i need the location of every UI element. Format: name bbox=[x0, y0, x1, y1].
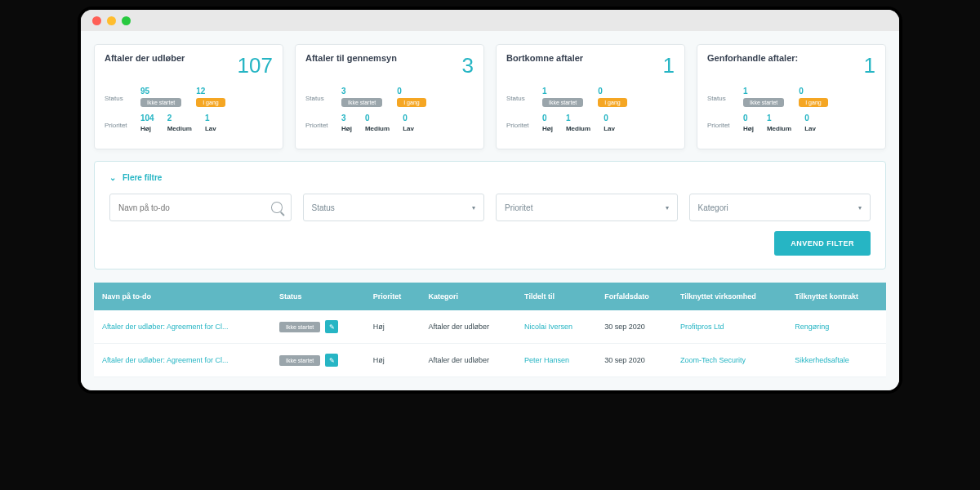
search-input[interactable] bbox=[118, 203, 271, 212]
table-row: Aftaler der udløber: Agreement for Cl...… bbox=[94, 310, 886, 344]
prio-low-count: 0 bbox=[403, 114, 408, 122]
th-status[interactable]: Status bbox=[271, 283, 365, 310]
priority-label: Prioritet bbox=[105, 114, 132, 129]
status-badge: Ikke startet bbox=[279, 322, 320, 332]
filter-status-label: Status bbox=[312, 203, 335, 212]
card-count: 1 bbox=[663, 53, 675, 78]
th-category[interactable]: Kategori bbox=[421, 283, 517, 310]
prio-high-label: Høj bbox=[341, 125, 352, 132]
priority-label: Prioritet bbox=[305, 114, 333, 129]
row-due: 30 sep 2020 bbox=[596, 344, 672, 377]
prio-med-label: Medium bbox=[365, 125, 390, 132]
card-review: Aftaler til gennemsyn 3 Status 3Ikke sta… bbox=[295, 44, 484, 149]
th-company[interactable]: Tilknyttet virksomhed bbox=[672, 283, 786, 310]
badge-not-started: Ikke startet bbox=[341, 98, 382, 107]
search-icon bbox=[271, 202, 282, 213]
filter-category-select[interactable]: Kategori ▾ bbox=[689, 194, 871, 221]
th-priority[interactable]: Prioritet bbox=[365, 283, 421, 310]
th-due[interactable]: Forfaldsdato bbox=[596, 283, 672, 310]
card-expiring: Aftaler der udløber 107 Status 95Ikke st… bbox=[94, 44, 283, 149]
prio-med-count: 1 bbox=[566, 114, 571, 122]
status-notstarted-count: 1 bbox=[743, 87, 748, 96]
status-inprogress-count: 0 bbox=[397, 87, 402, 96]
prio-med-count: 2 bbox=[167, 114, 172, 122]
row-assigned-link[interactable]: Nicolai Iversen bbox=[524, 323, 572, 331]
filter-panel: ⌄ Flere filtre Status ▾ Prioritet ▾ bbox=[94, 161, 886, 270]
filter-name-input[interactable] bbox=[109, 194, 292, 221]
prio-low-count: 0 bbox=[604, 114, 608, 122]
th-assigned[interactable]: Tildelt til bbox=[516, 283, 596, 310]
th-name[interactable]: Navn på to-do bbox=[94, 283, 271, 310]
status-label: Status bbox=[506, 87, 534, 102]
prio-low-count: 0 bbox=[804, 114, 809, 122]
card-renegotiate: Genforhandle aftaler: 1 Status 1Ikke sta… bbox=[697, 44, 886, 149]
edit-icon[interactable]: ✎ bbox=[325, 354, 338, 367]
row-name-link[interactable]: Aftaler der udløber: Agreement for Cl... bbox=[102, 356, 229, 364]
window-titlebar bbox=[81, 10, 899, 31]
row-company-link[interactable]: Profitpros Ltd bbox=[680, 323, 724, 331]
prio-med-label: Medium bbox=[566, 125, 590, 132]
caret-down-icon: ▾ bbox=[472, 204, 475, 212]
status-inprogress-count: 12 bbox=[196, 87, 205, 96]
monitor-frame: Aftaler der udløber 107 Status 95Ikke st… bbox=[78, 7, 902, 394]
prio-high-count: 0 bbox=[743, 114, 748, 122]
close-icon[interactable] bbox=[92, 16, 101, 25]
filter-toggle[interactable]: ⌄ Flere filtre bbox=[109, 173, 871, 182]
prio-low-label: Lav bbox=[804, 125, 816, 132]
status-inprogress-count: 0 bbox=[598, 87, 603, 96]
prio-low-label: Lav bbox=[604, 125, 615, 132]
prio-high-label: Høj bbox=[743, 125, 754, 132]
card-count: 107 bbox=[238, 53, 273, 78]
prio-low-label: Lav bbox=[403, 125, 414, 132]
row-contract-link[interactable]: Sikkerhedsaftale bbox=[795, 356, 849, 364]
row-assigned-link[interactable]: Peter Hansen bbox=[524, 356, 569, 364]
filter-status-select[interactable]: Status ▾ bbox=[303, 194, 485, 221]
prio-low-label: Lav bbox=[205, 125, 216, 132]
apply-filter-button[interactable]: ANVEND FILTER bbox=[774, 231, 871, 256]
status-notstarted-count: 95 bbox=[140, 87, 149, 96]
status-inprogress-count: 0 bbox=[799, 87, 804, 96]
card-lost: Bortkomne aftaler 1 Status 1Ikke startet… bbox=[496, 44, 685, 149]
maximize-icon[interactable] bbox=[122, 16, 131, 25]
prio-high-label: Høj bbox=[542, 125, 553, 132]
row-priority: Høj bbox=[365, 344, 421, 377]
filter-category-label: Kategori bbox=[698, 203, 728, 212]
card-count: 1 bbox=[864, 53, 875, 78]
row-contract-link[interactable]: Rengøring bbox=[795, 323, 829, 331]
filter-priority-label: Prioritet bbox=[505, 203, 532, 212]
prio-med-label: Medium bbox=[167, 125, 192, 132]
prio-med-count: 1 bbox=[767, 114, 772, 122]
row-priority: Høj bbox=[365, 310, 421, 344]
row-name-link[interactable]: Aftaler der udløber: Agreement for Cl... bbox=[102, 323, 229, 331]
card-title: Aftaler der udløber bbox=[105, 53, 185, 63]
status-cell: Ikke startet ✎ bbox=[279, 320, 338, 333]
table-header-row: Navn på to-do Status Prioritet Kategori … bbox=[94, 283, 886, 310]
summary-cards: Aftaler der udløber 107 Status 95Ikke st… bbox=[94, 44, 886, 149]
prio-high-count: 3 bbox=[341, 114, 346, 122]
badge-in-progress: I gang bbox=[598, 98, 626, 107]
edit-icon[interactable]: ✎ bbox=[325, 320, 338, 333]
row-category: Aftaler der udløber bbox=[421, 344, 517, 377]
prio-high-count: 0 bbox=[542, 114, 547, 122]
minimize-icon[interactable] bbox=[107, 16, 116, 25]
badge-in-progress: I gang bbox=[799, 98, 827, 107]
th-contract[interactable]: Tilknyttet kontrakt bbox=[786, 283, 886, 310]
filter-toggle-label: Flere filtre bbox=[122, 173, 162, 182]
screen: Aftaler der udløber 107 Status 95Ikke st… bbox=[81, 10, 899, 390]
status-badge: Ikke startet bbox=[279, 355, 320, 366]
status-notstarted-count: 1 bbox=[542, 87, 547, 96]
prio-med-count: 0 bbox=[365, 114, 370, 122]
status-label: Status bbox=[707, 87, 735, 102]
caret-down-icon: ▾ bbox=[666, 204, 669, 212]
card-title: Genforhandle aftaler: bbox=[707, 53, 798, 63]
row-company-link[interactable]: Zoom-Tech Security bbox=[680, 356, 746, 364]
badge-not-started: Ikke startet bbox=[542, 98, 583, 107]
todo-table: Navn på to-do Status Prioritet Kategori … bbox=[94, 283, 886, 377]
caret-down-icon: ▾ bbox=[858, 204, 862, 212]
filter-priority-select[interactable]: Prioritet ▾ bbox=[496, 194, 678, 221]
status-cell: Ikke startet ✎ bbox=[279, 354, 338, 367]
chevron-down-icon: ⌄ bbox=[109, 173, 116, 182]
badge-in-progress: I gang bbox=[397, 98, 425, 107]
prio-med-label: Medium bbox=[767, 125, 791, 132]
row-due: 30 sep 2020 bbox=[596, 310, 672, 344]
